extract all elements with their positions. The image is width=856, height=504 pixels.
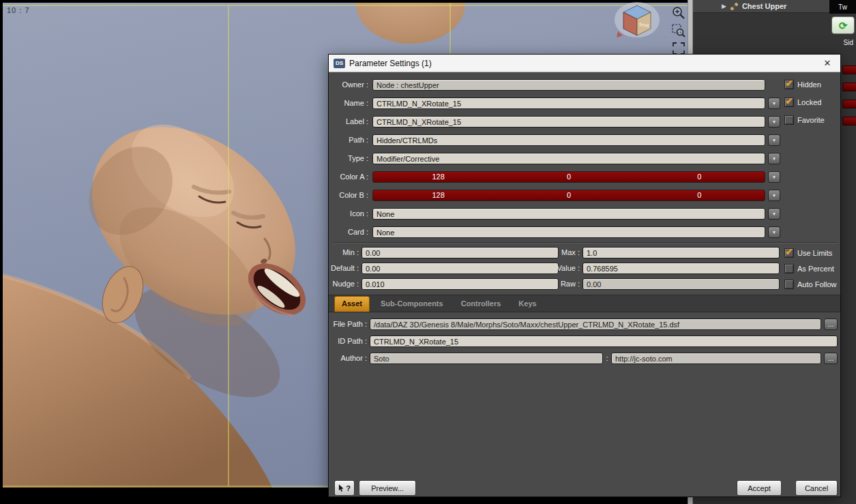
as-percent-checkbox-row: ✔ As Percent bbox=[784, 264, 834, 273]
sync-icon: ⟳ bbox=[839, 20, 848, 31]
close-icon[interactable]: ✕ bbox=[819, 57, 836, 70]
check-icon: ✔ bbox=[785, 246, 793, 257]
id-path-field[interactable] bbox=[370, 336, 838, 347]
side-tab-top[interactable]: Tw bbox=[829, 0, 856, 14]
use-limits-checkbox[interactable]: ✔ bbox=[784, 248, 794, 258]
dialog-tab-bar: Asset Sub-Components Controllers Keys bbox=[329, 295, 840, 312]
path-field[interactable] bbox=[372, 134, 765, 146]
cursor-icon bbox=[338, 484, 344, 492]
expander-icon[interactable]: ▶ bbox=[722, 3, 726, 10]
favorite-checkbox[interactable]: ✔ bbox=[784, 115, 794, 125]
parameter-settings-dialog: DS Parameter Settings (1) ✕ Owner : Name… bbox=[328, 54, 841, 497]
dialog-titlebar[interactable]: DS Parameter Settings (1) ✕ bbox=[329, 55, 840, 72]
id-path-label: ID Path : bbox=[329, 336, 367, 347]
tab-sub-components[interactable]: Sub-Components bbox=[374, 296, 450, 312]
color-a-red: 128 bbox=[373, 172, 503, 182]
max-label: Max : bbox=[542, 247, 580, 258]
daz-studio-window: 10 : 7 front ▶ bbox=[0, 0, 856, 504]
parameter-slider[interactable] bbox=[842, 100, 856, 108]
refresh-button[interactable]: ⟳ bbox=[831, 16, 855, 34]
file-path-label: File Path : bbox=[329, 318, 367, 330]
name-dropdown-button[interactable]: ▼ bbox=[768, 98, 780, 109]
color-a-swatch[interactable]: 128 0 0 bbox=[372, 171, 765, 183]
color-b-label: Color B : bbox=[329, 190, 368, 201]
auto-follow-checkbox[interactable]: ✔ bbox=[784, 280, 794, 289]
raw-field bbox=[582, 278, 780, 290]
hidden-checkbox-row: ✔ Hidden bbox=[784, 80, 821, 89]
author-label: Author : bbox=[329, 353, 367, 364]
locked-checkbox-label: Locked bbox=[797, 98, 821, 106]
preview-button[interactable]: Preview... bbox=[359, 480, 416, 496]
name-field[interactable] bbox=[372, 98, 765, 109]
default-field[interactable] bbox=[361, 263, 559, 274]
auto-follow-checkbox-row: ✔ Auto Follow bbox=[784, 280, 836, 289]
tab-asset[interactable]: Asset bbox=[334, 296, 370, 312]
owner-label: Owner : bbox=[329, 79, 368, 91]
dialog-title: Parameter Settings (1) bbox=[349, 59, 432, 68]
auto-follow-checkbox-label: Auto Follow bbox=[797, 280, 836, 288]
label-field[interactable] bbox=[372, 116, 765, 128]
type-dropdown-button[interactable]: ▼ bbox=[768, 153, 780, 164]
color-a-label: Color A : bbox=[329, 171, 368, 183]
help-question-mark: ? bbox=[346, 484, 351, 492]
use-limits-checkbox-row: ✔ Use Limits bbox=[784, 248, 832, 258]
section-divider bbox=[333, 242, 836, 243]
card-dropdown-button[interactable]: ▼ bbox=[768, 226, 780, 238]
tab-controllers[interactable]: Controllers bbox=[454, 296, 508, 312]
color-b-green: 0 bbox=[503, 190, 634, 201]
type-label: Type : bbox=[329, 153, 368, 164]
author-url-field[interactable] bbox=[611, 353, 821, 364]
accept-button[interactable]: Accept bbox=[737, 480, 782, 496]
nudge-label: Nudge : bbox=[329, 278, 359, 290]
author-browse-button[interactable]: ... bbox=[824, 353, 838, 364]
check-icon: ✔ bbox=[785, 78, 793, 89]
use-limits-checkbox-label: Use Limits bbox=[797, 249, 832, 257]
color-b-blue: 0 bbox=[634, 190, 765, 201]
min-label: Min : bbox=[329, 247, 359, 258]
color-b-swatch[interactable]: 128 0 0 bbox=[372, 190, 765, 201]
cancel-button[interactable]: Cancel bbox=[795, 480, 838, 496]
zoom-in-icon[interactable] bbox=[671, 5, 686, 20]
bone-icon bbox=[730, 2, 739, 11]
check-icon: ✔ bbox=[785, 95, 793, 106]
whats-this-help-button[interactable]: ? bbox=[334, 480, 355, 496]
file-path-field[interactable] bbox=[370, 318, 821, 330]
color-b-red: 128 bbox=[373, 190, 503, 201]
hidden-checkbox-label: Hidden bbox=[797, 80, 821, 89]
aspect-ratio-label: 10 : 7 bbox=[7, 6, 30, 14]
color-b-dropdown-button[interactable]: ▼ bbox=[768, 190, 780, 201]
favorite-checkbox-label: Favorite bbox=[797, 116, 825, 124]
label-dropdown-button[interactable]: ▼ bbox=[768, 116, 780, 128]
type-field[interactable] bbox=[372, 153, 765, 164]
parameter-slider[interactable] bbox=[842, 117, 856, 125]
nudge-field[interactable] bbox=[361, 278, 559, 290]
owner-field bbox=[372, 79, 765, 91]
parameter-group-header[interactable]: ▶ Chest Upper bbox=[693, 0, 829, 13]
locked-checkbox-row: ✔ Locked bbox=[784, 98, 821, 107]
as-percent-checkbox-label: As Percent bbox=[797, 265, 834, 273]
card-label: Card : bbox=[329, 226, 368, 238]
card-field[interactable] bbox=[372, 226, 765, 238]
min-field[interactable] bbox=[361, 247, 559, 258]
as-percent-checkbox[interactable]: ✔ bbox=[784, 264, 794, 273]
icon-dropdown-button[interactable]: ▼ bbox=[768, 208, 780, 220]
path-dropdown-button[interactable]: ▼ bbox=[768, 134, 780, 146]
icon-field[interactable] bbox=[372, 208, 765, 220]
color-a-blue: 0 bbox=[634, 172, 765, 182]
value-field[interactable] bbox=[582, 263, 780, 274]
file-path-browse-button[interactable]: ... bbox=[824, 318, 838, 330]
max-field[interactable] bbox=[582, 247, 780, 258]
color-a-green: 0 bbox=[503, 172, 634, 182]
author-separator: : bbox=[604, 353, 610, 364]
default-label: Default : bbox=[329, 263, 359, 274]
parameter-slider[interactable] bbox=[842, 65, 856, 74]
author-name-field[interactable] bbox=[370, 353, 603, 364]
hidden-checkbox[interactable]: ✔ bbox=[784, 80, 794, 89]
locked-checkbox[interactable]: ✔ bbox=[784, 98, 794, 107]
parameter-slider[interactable] bbox=[842, 83, 856, 91]
color-a-dropdown-button[interactable]: ▼ bbox=[768, 171, 780, 183]
tab-keys[interactable]: Keys bbox=[512, 296, 543, 312]
daz-studio-icon: DS bbox=[334, 59, 345, 68]
view-cube-gizmo[interactable]: front bbox=[613, 1, 660, 41]
marquee-zoom-icon[interactable] bbox=[671, 23, 686, 38]
